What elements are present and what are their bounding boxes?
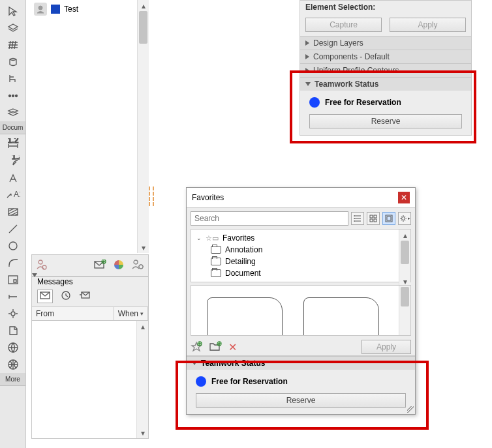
tree-scrollbar[interactable]: ▴ ▾ xyxy=(399,230,410,287)
svg-point-28 xyxy=(401,217,405,220)
col-when[interactable]: When ▾ xyxy=(114,307,148,320)
view-list-icon[interactable] xyxy=(351,212,364,225)
element-selection-label: Element Selection: xyxy=(300,1,471,14)
view-large-icon[interactable] xyxy=(382,212,395,225)
messages-panel-header[interactable]: Messages xyxy=(32,277,148,286)
folder-icon xyxy=(211,269,221,277)
tool-drawing-icon[interactable] xyxy=(1,271,25,288)
svg-text:A1: A1 xyxy=(14,190,20,199)
big-folder-icon[interactable] xyxy=(207,297,283,336)
tree-item-label: Annotation xyxy=(225,245,262,254)
view-medium-icon[interactable] xyxy=(367,212,380,225)
section-components-default[interactable]: Components - Default xyxy=(300,50,471,63)
scroll-up-arrow-icon[interactable]: ▴ xyxy=(138,0,149,11)
col-from[interactable]: From xyxy=(32,307,114,320)
collapse-triangle-icon xyxy=(32,273,37,286)
svg-rect-27 xyxy=(387,217,391,220)
tool-dim-radial-icon[interactable]: 1.2 xyxy=(1,153,25,170)
svg-rect-24 xyxy=(370,219,373,222)
color-circle-icon[interactable] xyxy=(113,259,125,273)
toolbar-section-more: More xyxy=(0,373,25,386)
add-favorite-icon[interactable] xyxy=(191,340,202,354)
sent-icon[interactable] xyxy=(79,291,91,302)
svg-rect-25 xyxy=(374,219,377,222)
tool-wireframe-icon[interactable] xyxy=(1,339,25,356)
scroll-up-arrow-icon[interactable]: ▴ xyxy=(399,230,410,241)
messages-panel-title: Messages xyxy=(37,277,73,286)
big-folder-icon[interactable] xyxy=(303,297,379,336)
chevron-down-icon: ⌄ xyxy=(196,235,202,241)
preview-scrollbar[interactable] xyxy=(399,286,410,336)
tool-globe-icon[interactable] xyxy=(1,356,25,373)
tool-circle-icon[interactable] xyxy=(1,237,25,254)
tree-root-favorites[interactable]: ⌄ ☆▭ Favorites xyxy=(191,232,410,244)
svg-point-12 xyxy=(38,6,42,10)
tool-hatch-icon[interactable] xyxy=(1,203,25,220)
users-action-strip xyxy=(31,254,149,276)
section-label: Components - Default xyxy=(313,52,390,61)
expand-triangle-icon xyxy=(305,40,309,46)
svg-text:1.2: 1.2 xyxy=(7,138,18,145)
tree-item-annotation[interactable]: Annotation xyxy=(191,244,410,256)
scroll-down-arrow-icon[interactable]: ▾ xyxy=(137,427,148,438)
tool-label-a1-icon[interactable]: A1 xyxy=(1,187,25,203)
folder-icon xyxy=(211,246,221,254)
user-row[interactable]: Test xyxy=(31,0,149,18)
tool-sheet-icon[interactable] xyxy=(1,322,25,339)
tool-grid-icon[interactable] xyxy=(1,37,25,53)
tool-chair-icon[interactable] xyxy=(1,70,25,87)
tool-target-icon[interactable] xyxy=(1,305,25,322)
scroll-thumb[interactable] xyxy=(139,11,147,44)
apply-button[interactable]: Apply xyxy=(390,18,466,32)
favorites-search-input[interactable] xyxy=(191,211,348,226)
tool-dim-linear-icon[interactable]: 1.2 xyxy=(1,136,25,153)
close-button[interactable]: ✕ xyxy=(398,192,410,203)
star-folder-icon: ☆▭ xyxy=(206,234,219,243)
scroll-up-arrow-icon[interactable]: ▴ xyxy=(137,321,148,332)
favorites-tree: ⌄ ☆▭ Favorites Annotation Detailing Docu… xyxy=(191,229,411,282)
tree-item-document[interactable]: Document xyxy=(191,267,410,279)
sort-desc-icon: ▾ xyxy=(140,310,144,317)
tree-item-label: Favorites xyxy=(223,233,254,243)
capture-button[interactable]: Capture xyxy=(305,18,382,32)
scroll-down-arrow-icon[interactable]: ▾ xyxy=(138,242,149,253)
scroll-thumb[interactable] xyxy=(401,287,409,306)
svg-point-1 xyxy=(12,95,14,97)
chevron-down-icon: ▸ xyxy=(408,216,410,221)
svg-point-7 xyxy=(9,242,17,250)
user-color-swatch xyxy=(51,5,60,14)
add-folder-icon[interactable] xyxy=(209,341,222,353)
section-design-layers[interactable]: Design Layers xyxy=(300,36,471,50)
favorites-preview xyxy=(191,285,411,336)
tree-item-detailing[interactable]: Detailing xyxy=(191,256,410,267)
user-name: Test xyxy=(64,5,78,14)
tree-item-label: Detailing xyxy=(225,257,256,266)
palette-drag-handle-icon[interactable] xyxy=(149,187,154,206)
svg-point-9 xyxy=(11,312,15,316)
messages-scrollbar[interactable]: ▴ ▾ xyxy=(136,321,148,438)
delete-icon[interactable]: ✕ xyxy=(228,341,237,353)
inbox-icon[interactable] xyxy=(37,290,53,303)
tool-stack-icon[interactable] xyxy=(1,104,25,121)
new-message-icon[interactable] xyxy=(93,260,106,272)
tool-dim-point-icon[interactable] xyxy=(1,288,25,305)
svg-text:1.2: 1.2 xyxy=(12,155,20,161)
user-settings-icon[interactable] xyxy=(131,259,144,273)
tool-cylinder-icon[interactable] xyxy=(1,53,25,70)
favorites-titlebar[interactable]: Favorites ✕ xyxy=(187,188,415,208)
tool-line-icon[interactable] xyxy=(1,220,25,237)
user-filter-icon[interactable] xyxy=(36,259,48,273)
user-list-panel: Test ▴ ▾ xyxy=(31,0,149,253)
tool-dots-icon[interactable] xyxy=(1,87,25,104)
tool-arc-icon[interactable] xyxy=(1,254,25,271)
favorites-settings-icon[interactable]: ▸ xyxy=(398,212,411,225)
favorites-apply-button[interactable]: Apply xyxy=(361,340,411,354)
tool-layers-icon[interactable] xyxy=(1,20,25,37)
scroll-thumb[interactable] xyxy=(401,241,409,264)
user-list-scrollbar[interactable]: ▴ ▾ xyxy=(137,0,149,253)
folder-icon xyxy=(211,258,221,265)
pending-icon[interactable] xyxy=(61,290,71,303)
svg-rect-23 xyxy=(374,215,377,218)
tool-text-a-icon[interactable] xyxy=(1,170,25,187)
tool-cursor-icon[interactable] xyxy=(1,3,25,20)
